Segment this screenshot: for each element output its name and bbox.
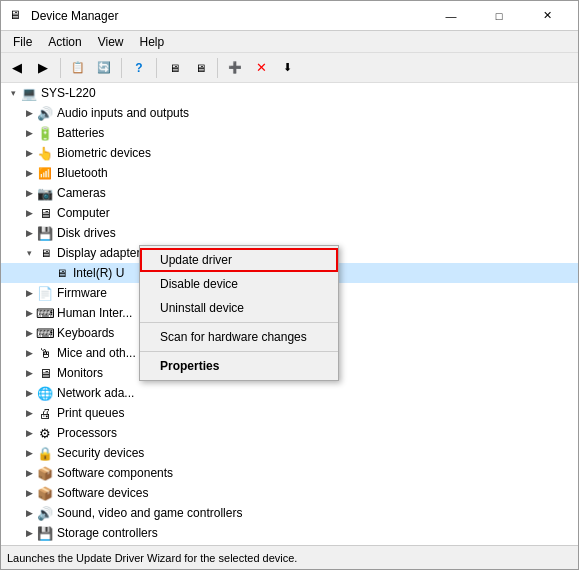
tree-root[interactable]: ▾ 💻 SYS-L220 — [1, 83, 578, 103]
biometric-icon: 👆 — [37, 145, 53, 161]
processors-label: Processors — [57, 426, 574, 440]
tree-item-audio[interactable]: ▶ 🔊 Audio inputs and outputs — [1, 103, 578, 123]
security-expand-icon[interactable]: ▶ — [21, 445, 37, 461]
tree-item-storage[interactable]: ▶ 💾 Storage controllers — [1, 523, 578, 543]
toolbar-sep-3 — [156, 58, 157, 78]
sound-icon: 🔊 — [37, 505, 53, 521]
close-button[interactable]: ✕ — [524, 1, 570, 31]
sw-components-expand-icon[interactable]: ▶ — [21, 465, 37, 481]
toolbar-sep-1 — [60, 58, 61, 78]
biometric-label: Biometric devices — [57, 146, 574, 160]
batteries-expand-icon[interactable]: ▶ — [21, 125, 37, 141]
print-expand-icon[interactable]: ▶ — [21, 405, 37, 421]
monitors-icon: 🖥 — [37, 365, 53, 381]
monitors-expand-icon[interactable]: ▶ — [21, 365, 37, 381]
ctx-scan-hardware[interactable]: Scan for hardware changes — [140, 325, 338, 349]
tree-item-sw-components[interactable]: ▶ 📦 Software components — [1, 463, 578, 483]
disk-icon: 💾 — [37, 225, 53, 241]
menu-bar: File Action View Help — [1, 31, 578, 53]
tree-item-batteries[interactable]: ▶ 🔋 Batteries — [1, 123, 578, 143]
toolbar-refresh[interactable]: 🔄 — [92, 56, 116, 80]
toolbar-forward[interactable]: ▶ — [31, 56, 55, 80]
sw-devices-label: Software devices — [57, 486, 574, 500]
ctx-separator-2 — [140, 351, 338, 352]
toolbar-sep-2 — [121, 58, 122, 78]
sw-devices-expand-icon[interactable]: ▶ — [21, 485, 37, 501]
cameras-icon: 📷 — [37, 185, 53, 201]
intel-expand-icon — [37, 265, 53, 281]
tree-item-network[interactable]: ▶ 🌐 Network ada... — [1, 383, 578, 403]
display-adapters-icon: 🖥 — [37, 245, 53, 261]
ctx-update-driver[interactable]: Update driver — [140, 248, 338, 272]
print-icon: 🖨 — [37, 405, 53, 421]
menu-file[interactable]: File — [5, 33, 40, 51]
ctx-properties[interactable]: Properties — [140, 354, 338, 378]
sound-expand-icon[interactable]: ▶ — [21, 505, 37, 521]
minimize-button[interactable]: — — [428, 1, 474, 31]
toolbar-add[interactable]: ➕ — [223, 56, 247, 80]
biometric-expand-icon[interactable]: ▶ — [21, 145, 37, 161]
audio-label: Audio inputs and outputs — [57, 106, 574, 120]
toolbar-properties[interactable]: 📋 — [66, 56, 90, 80]
menu-view[interactable]: View — [90, 33, 132, 51]
tree-item-system[interactable]: ▶ 🖥 System devices — [1, 543, 578, 545]
toolbar-back[interactable]: ◀ — [5, 56, 29, 80]
toolbar-help[interactable]: ? — [127, 56, 151, 80]
tree-item-computer[interactable]: ▶ 🖥 Computer — [1, 203, 578, 223]
audio-expand-icon[interactable]: ▶ — [21, 105, 37, 121]
toolbar-remove[interactable]: ✕ — [249, 56, 273, 80]
status-bar: Launches the Update Driver Wizard for th… — [1, 545, 578, 569]
computer-label: Computer — [57, 206, 574, 220]
ctx-uninstall-device[interactable]: Uninstall device — [140, 296, 338, 320]
disk-label: Disk drives — [57, 226, 574, 240]
firmware-expand-icon[interactable]: ▶ — [21, 285, 37, 301]
bluetooth-icon: 📶 — [37, 165, 53, 181]
toolbar: ◀ ▶ 📋 🔄 ? 🖥 🖥 ➕ ✕ ⬇ — [1, 53, 578, 83]
sw-components-icon: 📦 — [37, 465, 53, 481]
menu-help[interactable]: Help — [132, 33, 173, 51]
bluetooth-label: Bluetooth — [57, 166, 574, 180]
computer-expand-icon[interactable]: ▶ — [21, 205, 37, 221]
sound-label: Sound, video and game controllers — [57, 506, 574, 520]
tree-item-sound[interactable]: ▶ 🔊 Sound, video and game controllers — [1, 503, 578, 523]
tree-item-processors[interactable]: ▶ ⚙ Processors — [1, 423, 578, 443]
maximize-button[interactable]: □ — [476, 1, 522, 31]
mice-icon: 🖱 — [37, 345, 53, 361]
menu-action[interactable]: Action — [40, 33, 89, 51]
tree-pane[interactable]: ▾ 💻 SYS-L220 ▶ 🔊 Audio inputs and output… — [1, 83, 578, 545]
processors-icon: ⚙ — [37, 425, 53, 441]
root-icon: 💻 — [21, 85, 37, 101]
tree-item-print[interactable]: ▶ 🖨 Print queues — [1, 403, 578, 423]
storage-label: Storage controllers — [57, 526, 574, 540]
sw-components-label: Software components — [57, 466, 574, 480]
display-expand-icon[interactable]: ▾ — [21, 245, 37, 261]
tree-item-sw-devices[interactable]: ▶ 📦 Software devices — [1, 483, 578, 503]
toolbar-display[interactable]: 🖥 — [162, 56, 186, 80]
storage-expand-icon[interactable]: ▶ — [21, 525, 37, 541]
print-label: Print queues — [57, 406, 574, 420]
toolbar-sep-4 — [217, 58, 218, 78]
tree-item-disk[interactable]: ▶ 💾 Disk drives — [1, 223, 578, 243]
device-manager-window: 🖥 Device Manager — □ ✕ File Action View … — [0, 0, 579, 570]
cameras-expand-icon[interactable]: ▶ — [21, 185, 37, 201]
firmware-icon: 📄 — [37, 285, 53, 301]
hid-icon: ⌨ — [37, 305, 53, 321]
mice-expand-icon[interactable]: ▶ — [21, 345, 37, 361]
ctx-disable-device[interactable]: Disable device — [140, 272, 338, 296]
root-expand-icon[interactable]: ▾ — [5, 85, 21, 101]
toolbar-install[interactable]: ⬇ — [275, 56, 299, 80]
network-expand-icon[interactable]: ▶ — [21, 385, 37, 401]
processors-expand-icon[interactable]: ▶ — [21, 425, 37, 441]
intel-icon: 🖥 — [53, 265, 69, 281]
title-bar-controls: — □ ✕ — [428, 1, 570, 31]
disk-expand-icon[interactable]: ▶ — [21, 225, 37, 241]
tree-item-bluetooth[interactable]: ▶ 📶 Bluetooth — [1, 163, 578, 183]
batteries-icon: 🔋 — [37, 125, 53, 141]
toolbar-display2[interactable]: 🖥 — [188, 56, 212, 80]
tree-item-cameras[interactable]: ▶ 📷 Cameras — [1, 183, 578, 203]
bluetooth-expand-icon[interactable]: ▶ — [21, 165, 37, 181]
tree-item-security[interactable]: ▶ 🔒 Security devices — [1, 443, 578, 463]
tree-item-biometric[interactable]: ▶ 👆 Biometric devices — [1, 143, 578, 163]
computer-icon: 🖥 — [37, 205, 53, 221]
title-bar: 🖥 Device Manager — □ ✕ — [1, 1, 578, 31]
